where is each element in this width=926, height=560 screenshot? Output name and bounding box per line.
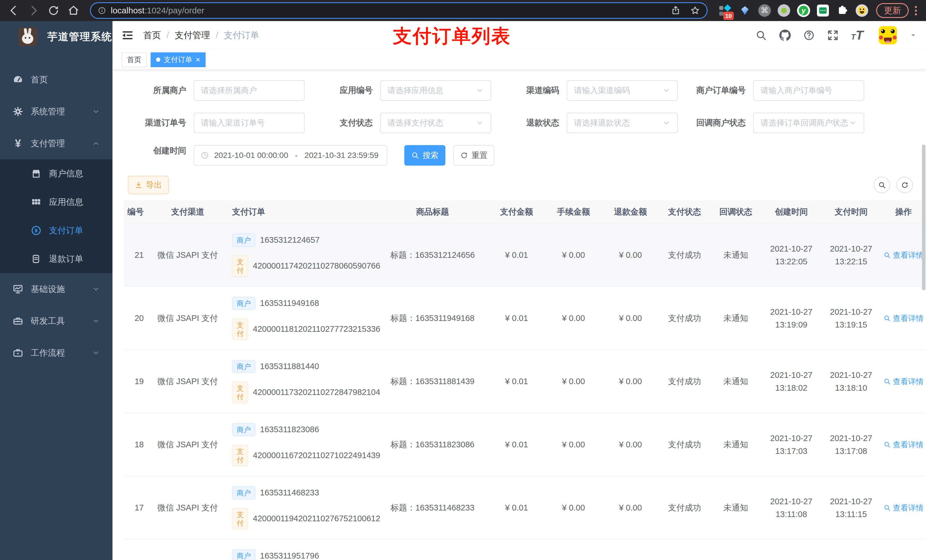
filter-item: 渠道编码请输入渠道编码 <box>497 80 683 101</box>
filter-select[interactable]: 请选择支付状态 <box>380 113 491 133</box>
sidebar-item-1[interactable]: 系统管理 <box>0 96 112 127</box>
recorder-extension-icon[interactable] <box>778 4 790 17</box>
sidebar-item-6[interactable]: 退款订单 <box>0 245 112 273</box>
yen-icon: ¥ <box>12 138 23 149</box>
gem-extension-icon[interactable] <box>738 4 752 17</box>
cell-refund: ¥ 0.00 <box>602 314 659 323</box>
filter-label: 应用编号 <box>310 85 380 96</box>
chrome-update-button[interactable]: 更新 <box>876 3 909 18</box>
yudao-extension-icon[interactable] <box>797 4 810 17</box>
filter-input[interactable]: 请输入渠道订单号 <box>194 113 305 133</box>
reload-icon[interactable] <box>47 4 60 17</box>
user-avatar[interactable] <box>879 26 897 44</box>
cell-pay-order: 商户1635311951796 <box>227 549 377 560</box>
sidebar-item-2[interactable]: ¥支付管理 <box>0 127 112 159</box>
breadcrumb-pay-manage[interactable]: 支付管理 <box>175 29 210 41</box>
home-icon[interactable] <box>67 4 80 17</box>
search-button[interactable]: 搜索 <box>404 145 445 166</box>
title-value: 1635311468233 <box>415 503 475 512</box>
close-tab-icon[interactable] <box>196 56 200 64</box>
url-bar[interactable]: localhost :1024/pay/order <box>90 2 708 19</box>
time-line: 13:11:08 <box>776 508 807 521</box>
view-detail-label: 查看详情 <box>893 503 924 513</box>
filter-input[interactable]: 请选择所属商户 <box>194 80 305 101</box>
sidebar-item-9[interactable]: 工作流程 <box>0 337 112 369</box>
view-detail-link[interactable]: 查看详情 <box>884 250 924 260</box>
merchant-tag: 商户 <box>232 297 256 310</box>
breadcrumb-home[interactable]: 首页 <box>143 29 161 41</box>
profile-avatar[interactable] <box>856 4 868 17</box>
cell-pay-status: 支付成功 <box>659 502 710 514</box>
title-value: 1635311949168 <box>415 314 475 323</box>
bookmark-star-icon[interactable] <box>690 6 700 15</box>
filter-select[interactable]: 请选择应用信息 <box>380 80 491 101</box>
site-info-icon[interactable] <box>98 6 106 15</box>
filter-select[interactable]: 请选择订单回调商户状态 <box>753 113 864 133</box>
extension-icon[interactable]: 10 <box>719 4 731 17</box>
export-button[interactable]: 导出 <box>128 176 169 194</box>
view-detail-link[interactable]: 查看详情 <box>884 503 924 513</box>
filter-label: 回调商户状态 <box>683 117 753 128</box>
title-prefix: 标题： <box>391 439 415 450</box>
browser-toolbar: localhost :1024/pay/order 10 更新 <box>0 0 926 21</box>
cell-pay-time: 2021-10-2713:22:15 <box>821 242 881 268</box>
view-detail-link[interactable]: 查看详情 <box>884 313 924 323</box>
view-detail-link[interactable]: 查看详情 <box>884 440 924 450</box>
cell-notify-status: 未通知 <box>710 313 761 324</box>
tab-home[interactable]: 首页 <box>122 52 147 67</box>
cell-title: 标题：1635311881439 <box>377 376 488 387</box>
command-extension-icon[interactable] <box>758 4 771 17</box>
gear-icon <box>12 106 23 117</box>
tab-label: 首页 <box>127 55 141 64</box>
export-button-label: 导出 <box>146 180 162 190</box>
page-content: 所属商户请选择所属商户应用编号请选择应用信息渠道编码请输入渠道编码商户订单编号请… <box>112 70 926 560</box>
title-prefix: 标题： <box>391 502 415 514</box>
filter-select[interactable]: 请选择退款状态 <box>567 113 678 133</box>
sidebar-item-4[interactable]: 应用信息 <box>0 188 112 216</box>
page-scrollbar[interactable] <box>922 145 925 290</box>
filter-label: 渠道编码 <box>497 85 567 96</box>
avatar-caret-icon[interactable] <box>909 32 917 39</box>
table-row: 20微信 JSAPI 支付商户1635311949168支付4200001181… <box>124 287 926 350</box>
sidebar-item-0[interactable]: 首页 <box>0 64 112 96</box>
merchant-tag: 商户 <box>232 549 256 560</box>
tab-label: 支付订单 <box>164 55 192 64</box>
view-detail-link[interactable]: 查看详情 <box>884 376 924 387</box>
merchant-order-line: 商户1635311823086 <box>232 423 319 436</box>
sidebar-item-label: 工作流程 <box>31 347 65 359</box>
title-prefix: 标题： <box>391 376 415 387</box>
date-line: 2021-10-27 <box>830 495 872 508</box>
back-icon[interactable] <box>8 4 20 17</box>
cell-notify-status: 未通知 <box>710 439 761 450</box>
placeholder-text: 请选择所属商户 <box>201 85 297 96</box>
fullscreen-icon[interactable] <box>827 30 838 41</box>
navbar: 首页 / 支付管理 / 支付订单 支付订单列表 <box>112 21 926 50</box>
cell-amount: ¥ 0.01 <box>488 440 545 449</box>
filter-select[interactable]: 请输入渠道编码 <box>567 80 678 101</box>
puzzle-extensions-icon[interactable] <box>836 4 849 17</box>
forward-icon[interactable] <box>27 4 40 17</box>
yen-circle-icon: ¥ <box>31 225 42 236</box>
share-icon[interactable] <box>671 6 681 15</box>
refresh-table-button[interactable] <box>896 177 913 193</box>
font-size-icon[interactable] <box>851 30 863 40</box>
chat-extension-icon[interactable] <box>817 5 829 17</box>
filter-input[interactable]: 请输入商户订单编号 <box>753 80 864 101</box>
app-logo-row[interactable]: 芋道管理系统 <box>0 21 112 52</box>
help-icon[interactable] <box>803 30 815 41</box>
sidebar-item-8[interactable]: 研发工具 <box>0 305 112 337</box>
sidebar-item-5[interactable]: ¥支付订单 <box>0 216 112 245</box>
tab-pay-order[interactable]: 支付订单 <box>151 52 206 67</box>
github-icon[interactable] <box>779 30 791 41</box>
header-search-icon[interactable] <box>755 30 767 41</box>
sidebar-item-3[interactable]: 商户信息 <box>0 159 112 188</box>
toggle-search-button[interactable] <box>874 177 890 193</box>
collapse-sidebar-icon[interactable] <box>122 29 133 41</box>
reset-button[interactable]: 重置 <box>453 145 494 166</box>
placeholder-text: 请选择退款状态 <box>574 118 662 128</box>
cell-channel: 微信 JSAPI 支付 <box>148 313 227 324</box>
sidebar-item-7[interactable]: 基础设施 <box>0 273 112 305</box>
cell-channel: 微信 JSAPI 支付 <box>148 502 227 514</box>
chrome-menu-icon[interactable] <box>913 4 918 17</box>
date-range-input[interactable]: 2021-10-01 00:00:00 - 2021-10-31 23:59:5… <box>194 145 387 166</box>
